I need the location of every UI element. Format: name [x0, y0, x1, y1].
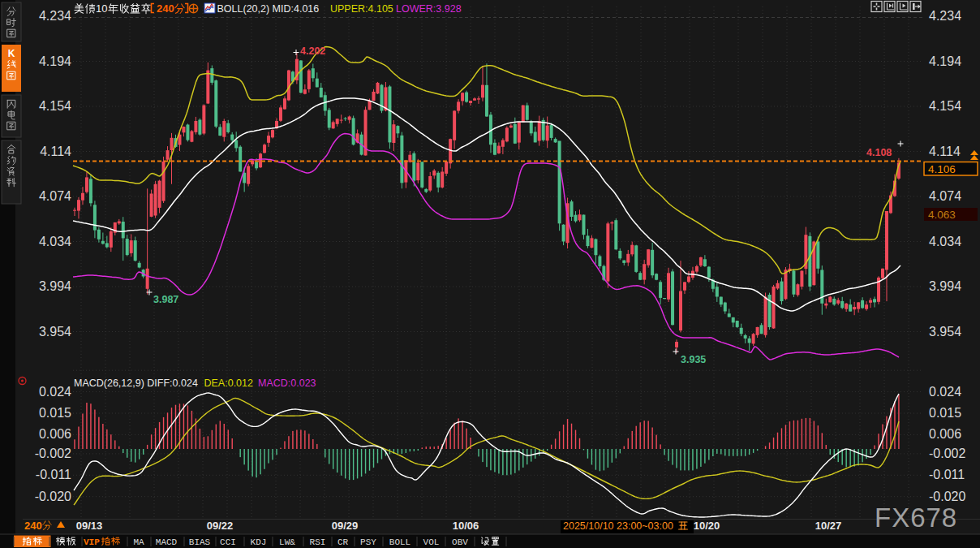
- svg-text:VIP: VIP: [84, 537, 100, 547]
- svg-text:FX678: FX678: [875, 503, 957, 533]
- svg-text:2025/10/10 23:00~03:00: 2025/10/10 23:00~03:00: [563, 520, 673, 532]
- svg-text:0.024: 0.024: [39, 385, 71, 399]
- svg-text:4.194: 4.194: [39, 54, 71, 68]
- svg-text:BIAS: BIAS: [189, 537, 211, 547]
- svg-text:4.234: 4.234: [39, 9, 71, 23]
- svg-text:3.935: 3.935: [681, 354, 706, 365]
- svg-text:0.015: 0.015: [39, 406, 71, 420]
- svg-text:240: 240: [24, 520, 42, 532]
- svg-text:-0.020: -0.020: [35, 490, 71, 503]
- svg-text:4.114: 4.114: [929, 145, 961, 158]
- svg-text:PSY: PSY: [360, 537, 376, 547]
- svg-text:0.006: 0.006: [929, 427, 961, 441]
- svg-text:4.154: 4.154: [39, 99, 71, 113]
- svg-text:3.987: 3.987: [153, 294, 178, 305]
- svg-text:10/20: 10/20: [694, 520, 720, 532]
- svg-text:4.034: 4.034: [39, 235, 71, 248]
- svg-text:4.234: 4.234: [929, 9, 961, 23]
- svg-text:MA: MA: [133, 537, 144, 547]
- svg-text:09/13: 09/13: [76, 520, 103, 532]
- svg-text:LW&: LW&: [279, 537, 295, 547]
- svg-text:-0.011: -0.011: [36, 468, 71, 481]
- svg-text:10/27: 10/27: [815, 520, 842, 532]
- svg-text:-0.002: -0.002: [929, 447, 965, 460]
- svg-text:BOLL: BOLL: [389, 537, 410, 547]
- svg-text:LOWER:3.928: LOWER:3.928: [396, 3, 462, 15]
- svg-text:KDJ: KDJ: [251, 537, 267, 547]
- svg-text:09/29: 09/29: [332, 520, 359, 532]
- svg-text:4.106: 4.106: [928, 163, 956, 175]
- svg-text:4.108: 4.108: [866, 147, 892, 158]
- svg-text:MACD: MACD: [156, 537, 178, 547]
- svg-text:BOLL(20,2) MID:4.016: BOLL(20,2) MID:4.016: [217, 3, 320, 15]
- svg-text:4.154: 4.154: [929, 99, 961, 113]
- svg-text:0.024: 0.024: [929, 385, 961, 399]
- svg-text:K: K: [8, 48, 15, 59]
- svg-text:3.954: 3.954: [39, 325, 71, 339]
- svg-text:CR: CR: [337, 537, 349, 547]
- svg-text:DEA:0.012: DEA:0.012: [204, 378, 254, 389]
- svg-text:4.034: 4.034: [929, 235, 961, 248]
- svg-text:4.074: 4.074: [39, 189, 71, 203]
- svg-text:VOL: VOL: [423, 537, 440, 547]
- svg-text:4.114: 4.114: [40, 145, 71, 158]
- svg-text:10/06: 10/06: [453, 520, 479, 532]
- svg-text:-0.011: -0.011: [929, 468, 965, 481]
- svg-text:RSI: RSI: [310, 537, 326, 547]
- svg-text:3.994: 3.994: [39, 279, 71, 293]
- svg-text:3.954: 3.954: [929, 325, 961, 339]
- svg-text:09/22: 09/22: [207, 520, 234, 532]
- svg-text:0.006: 0.006: [39, 427, 71, 441]
- svg-text:CCI: CCI: [220, 537, 236, 547]
- svg-text:OBV: OBV: [452, 537, 468, 547]
- svg-text:3.994: 3.994: [929, 279, 961, 293]
- svg-text:MACD(26,12,9) DIFF:0.024: MACD(26,12,9) DIFF:0.024: [74, 378, 198, 389]
- svg-text:10: 10: [96, 2, 107, 15]
- svg-text:UPPER:4.105: UPPER:4.105: [330, 3, 393, 15]
- svg-text:4.074: 4.074: [929, 189, 961, 203]
- svg-text:0.015: 0.015: [929, 406, 961, 420]
- svg-text:MACD:0.023: MACD:0.023: [258, 378, 316, 389]
- svg-text:-0.020: -0.020: [929, 490, 965, 503]
- svg-text:240: 240: [157, 2, 174, 15]
- svg-text:4.063: 4.063: [928, 209, 956, 221]
- svg-text:-0.002: -0.002: [35, 447, 71, 460]
- svg-text:4.194: 4.194: [929, 54, 961, 68]
- svg-text:4.202: 4.202: [300, 45, 325, 57]
